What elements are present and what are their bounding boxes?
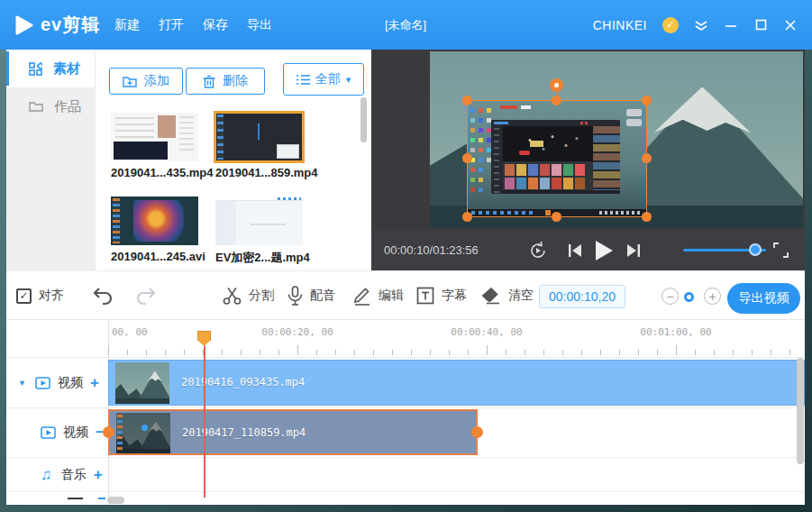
trim-handle-left[interactable] (103, 426, 114, 438)
play-logo-icon (14, 15, 33, 35)
clear-button[interactable]: 清空 (481, 271, 534, 320)
app-window: ev剪辑 新建 打开 保存 导出 [未命名] CHINKEI ✓ (0, 0, 812, 512)
track-header-music: ♫ 音乐 + (6, 460, 108, 489)
resize-handle-nw[interactable] (462, 96, 472, 105)
sidebar: 素材 作品 (6, 50, 95, 270)
resize-handle-ne[interactable] (642, 96, 652, 105)
subtitle-button[interactable]: 字幕 (416, 271, 467, 320)
resize-handle-n[interactable] (552, 96, 561, 105)
close-button[interactable] (783, 18, 798, 32)
redo-icon (136, 286, 158, 306)
export-video-button[interactable]: 导出视频 (727, 283, 800, 314)
ruler-label: 00:01:00, 00 (640, 326, 711, 338)
playhead-line (204, 346, 205, 498)
tab-works[interactable]: 作品 (6, 87, 95, 125)
library-item[interactable]: 2019041...245.avi (111, 197, 199, 263)
ruler-label: 00, 00 (112, 326, 148, 338)
delete-button-label: 删除 (223, 73, 248, 89)
selected-clip-overlay[interactable] (468, 101, 646, 216)
loop-icon[interactable] (528, 230, 548, 270)
ruler-label: 00:00:20, 00 (261, 326, 333, 338)
playback-time: 00:00:10/01:23:56 (384, 243, 479, 257)
track-header-video-1: ▼ 视频 + (6, 367, 108, 399)
minimize-button[interactable] (724, 18, 738, 32)
titlebar-controls: CHINKEI ✓ (593, 0, 798, 50)
microphone-icon (287, 286, 303, 306)
text-box-icon (416, 287, 434, 305)
menu-save[interactable]: 保存 (203, 17, 228, 33)
selection-box (467, 100, 647, 217)
menu-export[interactable]: 导出 (247, 17, 272, 33)
library-scrollbar[interactable] (360, 97, 367, 142)
playback-bar: 00:00:10/01:23:56 (371, 230, 805, 270)
hide-panel-icon[interactable] (694, 18, 708, 32)
scissors-icon (223, 287, 242, 306)
app-logo: ev剪辑 (14, 0, 100, 50)
play-button[interactable] (594, 230, 614, 270)
timeline: 00, 00 00:00:20, 00 00:00:40, 00 00:01:0… (6, 320, 805, 505)
playhead-marker[interactable] (197, 331, 211, 346)
resize-handle-w[interactable] (462, 153, 472, 163)
chevron-down-icon: ▾ (346, 74, 351, 86)
undo-button[interactable] (91, 271, 113, 320)
trim-handle-right[interactable] (471, 426, 483, 438)
previous-frame-icon[interactable] (568, 230, 582, 270)
timeline-clip[interactable]: 20190416_093435.mp4 (108, 360, 805, 406)
align-label: 对齐 (39, 288, 64, 304)
zoom-out-button[interactable]: − (661, 288, 679, 305)
library-item-name: 2019041...859.mp4 (215, 166, 304, 179)
add-track-button[interactable]: + (90, 374, 99, 392)
library-item[interactable]: 2019041...435.mp4 (111, 113, 199, 179)
align-toggle[interactable]: ✓ 对齐 (16, 271, 64, 320)
username[interactable]: CHINKEI (593, 18, 647, 32)
undo-icon (91, 286, 113, 306)
library-item-name: EV加密2...题.mp4 (215, 250, 304, 266)
delete-button[interactable]: 删除 (186, 68, 265, 95)
document-title: [未命名] (297, 0, 514, 50)
library-item-name: 2019041...435.mp4 (111, 166, 199, 179)
track-label: 视频 (63, 425, 88, 441)
tab-works-label: 作品 (54, 98, 81, 115)
avatar[interactable]: ✓ (662, 17, 679, 33)
timecode-input[interactable] (539, 285, 625, 308)
list-icon (297, 74, 310, 86)
tab-material[interactable]: 素材 (6, 50, 95, 87)
dub-button[interactable]: 配音 (287, 271, 335, 320)
fullscreen-icon[interactable] (773, 230, 789, 270)
filter-dropdown[interactable]: 全部 ▾ (283, 63, 364, 96)
resize-handle-s[interactable] (552, 212, 561, 222)
maximize-button[interactable] (753, 18, 768, 32)
menu-new[interactable]: 新建 (114, 17, 140, 33)
menu-open[interactable]: 打开 (159, 17, 184, 33)
grid-icon (29, 62, 42, 76)
add-track-button[interactable]: + (94, 466, 103, 484)
add-button[interactable]: 添加 (109, 68, 183, 95)
resize-handle-sw[interactable] (462, 212, 472, 222)
library-item-thumbnail (111, 113, 198, 161)
zoom-fit-indicator[interactable] (684, 292, 694, 302)
dub-label: 配音 (310, 288, 335, 304)
volume-knob[interactable] (749, 243, 762, 256)
app-name: ev剪辑 (41, 13, 100, 37)
library-item-name: 2019041...245.avi (111, 250, 199, 263)
pen-icon (352, 287, 371, 306)
split-button[interactable]: 分割 (223, 271, 274, 320)
resize-handle-e[interactable] (642, 153, 652, 163)
resize-handle-se[interactable] (642, 212, 652, 222)
timeline-vertical-scrollbar[interactable] (797, 358, 804, 464)
rotate-handle[interactable] (550, 78, 563, 92)
redo-button[interactable] (136, 271, 158, 320)
collapse-icon[interactable]: ▼ (18, 379, 26, 388)
library-item[interactable]: 2019041...859.mp4 (215, 113, 304, 179)
next-frame-icon[interactable] (626, 230, 641, 270)
timeline-clip-selected[interactable]: 20190417_110859.mp4 (108, 409, 478, 455)
edit-button[interactable]: 编辑 (352, 271, 404, 320)
library-item[interactable]: EV加密2...题.mp4 (215, 197, 304, 266)
timeline-horizontal-scrollbar[interactable] (107, 497, 124, 504)
eraser-icon (481, 288, 501, 305)
video-track-icon (41, 426, 56, 439)
zoom-in-button[interactable]: + (704, 288, 721, 305)
track-header-video-2: 视频 − (6, 416, 108, 449)
split-label: 分割 (249, 288, 274, 304)
clip-name: 20190416_093435.mp4 (181, 376, 305, 389)
